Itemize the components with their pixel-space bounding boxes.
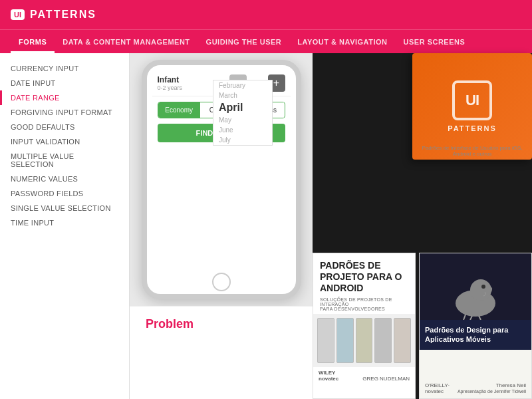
sidebar-item-good-defaults[interactable]: GOOD DEFAULTS <box>0 120 129 134</box>
nav-guiding[interactable]: GUIDING THE USER <box>198 33 290 53</box>
sidebar-item-date-range[interactable]: DATE RANGE <box>0 90 129 105</box>
screenshot-4 <box>374 318 392 363</box>
main-layout: CURRENCY INPUT DATE INPUT DATE RANGE FOR… <box>0 53 532 399</box>
android-book-subtitle: SOLUÇÕES DE PROJETOS DE INTERAÇÃOPARA DE… <box>320 297 408 311</box>
screenshot-1 <box>317 318 334 363</box>
screenshot-2 <box>336 318 354 363</box>
sidebar-item-forgiving-input[interactable]: FORGIVING INPUT FORMAT <box>0 105 129 120</box>
sidebar-item-currency-input[interactable]: CURRENCY INPUT <box>0 61 129 76</box>
sidebar-item-multiple-value[interactable]: MULTIPLE VALUE SELECTION <box>0 149 129 172</box>
navbar: FORMS DATA & CONTENT MANAGEMENT GUIDING … <box>0 29 532 53</box>
nav-user-screens[interactable]: USER SCREENS <box>396 33 473 53</box>
tab-economy[interactable]: Economy <box>158 102 200 118</box>
svg-point-2 <box>481 285 485 289</box>
mobile-publisher: O'REILLY·novatec <box>425 382 450 394</box>
nav-forms[interactable]: FORMS <box>11 33 55 53</box>
sidebar-item-input-validation[interactable]: INPUT VALIDATION <box>0 134 129 149</box>
phone-mockup-area: Infant 0-2 years − 0 + Economy Comfort <box>130 53 313 306</box>
svg-line-4 <box>470 316 472 320</box>
bottom-section: Problem <box>130 306 313 399</box>
android-book-title: PADRÕES DE PROJETO PARA O ANDROID <box>320 260 408 293</box>
mobile-book-title: Padrões de Design para Aplicativos Móvei… <box>425 325 526 344</box>
ui-book-logo-text: UI <box>466 92 479 109</box>
nav-data-content[interactable]: DATA & CONTENT MANAGEMENT <box>55 33 198 53</box>
nav-layout[interactable]: LAYOUT & NAVIGATION <box>289 33 395 53</box>
android-author: GREG NUDELMAN <box>362 376 410 382</box>
calendar-month-4: June <box>213 125 272 135</box>
problem-label: Problem <box>146 317 297 331</box>
android-book[interactable]: PADRÕES DE PROJETO PARA O ANDROID SOLUÇÕ… <box>313 253 416 399</box>
right-panel: UI PATTERNS Padrões de Interface de Usuá… <box>313 53 532 399</box>
header: UI PATTERNS <box>0 0 532 29</box>
mobile-patterns-book[interactable]: Padrões de Design para Aplicativos Móvei… <box>419 253 532 399</box>
mobile-book-footer: O'REILLY·novatec Theresa NeilApresentaçã… <box>420 378 531 398</box>
sidebar-item-single-value[interactable]: SINGLE VALUE SELECTION <box>0 201 129 215</box>
mobile-book-bottom: Padrões de Design para Aplicativos Móvei… <box>420 320 531 350</box>
calendar-month-2: April <box>213 100 272 115</box>
android-book-top: PADRÕES DE PROJETO PARA O ANDROID SOLUÇÕ… <box>313 253 415 314</box>
android-screenshots <box>313 314 415 367</box>
android-publisher: WILEYnovatec <box>319 370 338 382</box>
chicken-illustration <box>442 267 509 320</box>
calendar-strip: February March April May June July <box>213 80 273 146</box>
sidebar-item-time-input[interactable]: TIME INPUT <box>0 215 129 230</box>
calendar-month-3: May <box>213 115 272 125</box>
infant-info: Infant 0-2 years <box>158 75 183 91</box>
ui-book-title: PATTERNS <box>448 124 497 132</box>
sidebar-item-numeric-values[interactable]: NUMERIC VALUES <box>0 172 129 186</box>
sidebar: CURRENCY INPUT DATE INPUT DATE RANGE FOR… <box>0 53 130 399</box>
calendar-month-5: July <box>213 135 272 145</box>
content-area: Infant 0-2 years − 0 + Economy Comfort <box>130 53 313 399</box>
logo-badge: UI <box>11 9 25 20</box>
calendar-month-1: March <box>213 90 272 100</box>
ui-patterns-book[interactable]: UI PATTERNS Padrões de Interface de Usuá… <box>412 53 532 160</box>
ui-book-caption: Padrões de Interface de Usuário para iOS… <box>415 145 529 157</box>
screenshot-3 <box>356 318 373 363</box>
mobile-author: Theresa NeilApresentação de Jennifer Tid… <box>458 382 526 394</box>
header-title: PATTERNS <box>30 9 96 21</box>
svg-line-3 <box>464 315 466 320</box>
android-book-bottom: WILEYnovatec GREG NUDELMAN <box>313 367 415 384</box>
svg-line-5 <box>479 316 481 320</box>
calendar-month-0: February <box>213 80 272 90</box>
logo-ui-text: UI <box>14 11 21 19</box>
sidebar-item-password-fields[interactable]: PASSWORD FIELDS <box>0 186 129 201</box>
infant-sublabel: 0-2 years <box>158 84 183 91</box>
mobile-book-top <box>420 253 531 320</box>
sidebar-item-date-input[interactable]: DATE INPUT <box>0 76 129 90</box>
home-button[interactable] <box>212 273 231 291</box>
infant-label: Infant <box>158 75 183 84</box>
screenshot-5 <box>394 318 411 363</box>
ui-book-logo: UI <box>452 80 492 120</box>
